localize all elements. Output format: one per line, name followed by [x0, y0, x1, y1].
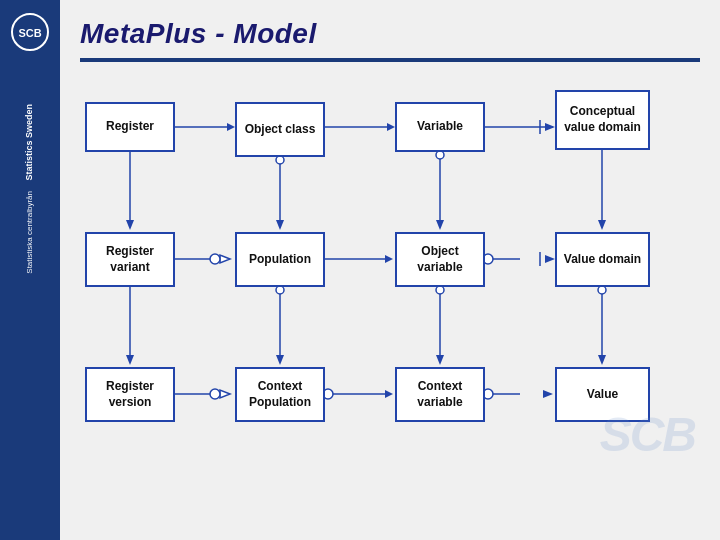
svg-marker-36	[385, 390, 393, 398]
box-register-variant: Register variant	[85, 232, 175, 287]
svg-marker-29	[220, 390, 230, 398]
title-bar: MetaPlus - Model	[60, 0, 720, 62]
svg-point-27	[210, 254, 220, 264]
svg-point-16	[436, 286, 444, 294]
svg-marker-26	[220, 255, 230, 263]
svg-marker-47	[543, 390, 553, 398]
svg-text:SCB: SCB	[18, 27, 41, 39]
svg-point-30	[210, 389, 220, 399]
box-value-domain: Value domain	[555, 232, 650, 287]
svg-marker-11	[276, 355, 284, 365]
svg-marker-24	[227, 123, 235, 131]
sidebar-label-centralbyraan: Statistiska centralbyrån	[25, 191, 35, 274]
box-population: Population	[235, 232, 325, 287]
box-conceptual-value-domain: Conceptual value domain	[555, 90, 650, 150]
diagram-area: Register Object class Variable Conceptua…	[75, 72, 705, 472]
svg-marker-34	[385, 255, 393, 263]
box-register-version: Register version	[85, 367, 175, 422]
svg-marker-5	[126, 355, 134, 365]
box-object-variable: Object variable	[395, 232, 485, 287]
logo: SCB	[8, 10, 52, 54]
svg-marker-22	[598, 355, 606, 365]
page-title: MetaPlus - Model	[80, 18, 700, 50]
sidebar: SCB Statistics Sweden Statistiska centra…	[0, 0, 60, 540]
box-context-variable: Context variable	[395, 367, 485, 422]
svg-marker-8	[276, 220, 284, 230]
svg-marker-17	[436, 355, 444, 365]
svg-point-7	[276, 156, 284, 164]
svg-point-21	[598, 286, 606, 294]
box-variable: Variable	[395, 102, 485, 152]
box-register: Register	[85, 102, 175, 152]
svg-point-13	[436, 151, 444, 159]
main-content: MetaPlus - Model	[60, 0, 720, 540]
svg-marker-3	[126, 220, 134, 230]
scb-logo-icon: SCB	[10, 12, 50, 52]
svg-marker-32	[387, 123, 395, 131]
svg-marker-44	[545, 255, 555, 263]
svg-marker-14	[436, 220, 444, 230]
box-context-population: Context Population	[235, 367, 325, 422]
svg-marker-40	[545, 123, 555, 131]
svg-marker-19	[598, 220, 606, 230]
box-object-class: Object class	[235, 102, 325, 157]
sidebar-label-statistics: Statistics Sweden	[24, 104, 36, 181]
watermark: SCB	[600, 407, 695, 462]
title-underline	[80, 58, 700, 62]
svg-point-10	[276, 286, 284, 294]
